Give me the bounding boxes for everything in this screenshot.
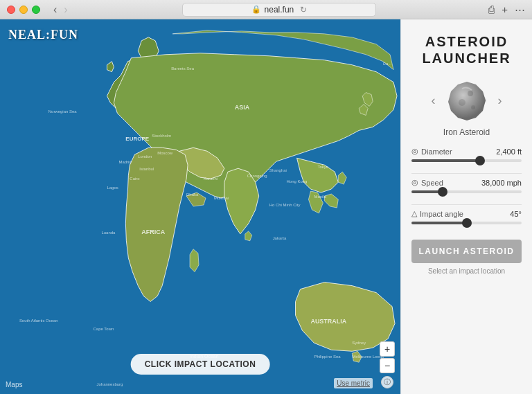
diameter-value: 2,400 ft	[496, 147, 522, 156]
svg-text:Chongqing: Chongqing	[247, 174, 267, 178]
svg-point-35	[471, 105, 475, 109]
svg-text:Jakarta: Jakarta	[273, 236, 287, 240]
zoom-out-button[interactable]: −	[380, 358, 395, 373]
angle-thumb[interactable]	[462, 218, 472, 228]
address-bar[interactable]: 🔒 neal.fun ↻	[182, 3, 376, 17]
speed-section: ◎ Speed 38,000 mph	[411, 178, 522, 193]
world-map[interactable]: EUROPE ASIA AFRICA AUSTRALIA London Stoc…	[0, 19, 400, 394]
svg-text:Cape Town: Cape Town	[94, 327, 114, 331]
svg-text:Barents Sea: Barents Sea	[171, 66, 195, 71]
speed-separator	[411, 204, 522, 205]
diameter-track[interactable]	[411, 159, 522, 162]
share-button[interactable]: ⎙	[488, 3, 495, 15]
attribution-text: Maps	[6, 381, 22, 388]
speed-icon: ◎	[411, 178, 418, 187]
diameter-fill	[411, 159, 480, 162]
click-impact-button[interactable]: CLICK IMPACT LOCATION	[131, 354, 270, 375]
svg-text:South Atlantic Ocean: South Atlantic Ocean	[19, 319, 58, 323]
svg-text:AUSTRALIA: AUSTRALIA	[310, 318, 346, 325]
svg-point-33	[468, 91, 473, 96]
logo-text: NEAL:FUN	[8, 28, 78, 42]
asteroid-carousel: ‹	[411, 76, 522, 125]
svg-text:Ho Chi Minh City: Ho Chi Minh City	[269, 203, 301, 207]
svg-point-34	[459, 99, 466, 106]
svg-text:Mumbai: Mumbai	[214, 196, 229, 200]
svg-text:Hong Kong: Hong Kong	[287, 179, 308, 183]
map-attribution: Maps	[6, 381, 22, 388]
speed-track[interactable]	[411, 190, 522, 193]
info-button[interactable]: ⓘ	[381, 376, 393, 388]
back-button[interactable]: ‹	[51, 4, 59, 15]
svg-text:Cairo: Cairo	[130, 177, 140, 181]
new-tab-button[interactable]: +	[502, 3, 508, 15]
prev-asteroid-button[interactable]: ‹	[428, 91, 439, 110]
neal-fun-logo[interactable]: NEAL:FUN	[8, 28, 78, 42]
click-impact-label: CLICK IMPACT LOCATION	[145, 359, 256, 369]
minimize-button[interactable]	[19, 6, 28, 14]
use-metric-text: Use metric	[337, 379, 370, 387]
svg-text:Madrid: Madrid	[118, 160, 131, 164]
svg-text:AFRICA: AFRICA	[141, 229, 165, 235]
speed-label: ◎ Speed	[411, 178, 443, 187]
close-button[interactable]	[7, 6, 15, 14]
asteroid-name: Iron Asteroid	[443, 127, 490, 137]
speed-value: 38,000 mph	[481, 179, 522, 187]
asteroid-image	[443, 76, 491, 125]
svg-text:Ea...: Ea...	[383, 62, 392, 66]
svg-text:EUROPE: EUROPE	[125, 136, 149, 142]
svg-text:ASIA: ASIA	[235, 104, 250, 111]
angle-track[interactable]	[411, 222, 522, 224]
angle-icon: △	[411, 209, 417, 218]
svg-text:Lagos: Lagos	[107, 186, 118, 190]
svg-text:London: London	[138, 154, 152, 159]
svg-text:Luanda: Luanda	[101, 231, 116, 235]
angle-value: 45°	[510, 210, 522, 218]
url-text: neal.fun	[265, 5, 294, 15]
svg-text:Tokyo: Tokyo	[317, 165, 328, 169]
traffic-lights	[7, 6, 40, 14]
reload-icon[interactable]: ↻	[300, 5, 307, 15]
main-content: EUROPE ASIA AFRICA AUSTRALIA London Stoc…	[0, 19, 532, 394]
diameter-separator	[411, 173, 522, 174]
browser-actions: ⎙ + ⋯	[488, 3, 525, 16]
svg-text:Shanghai: Shanghai	[269, 168, 287, 172]
angle-label: △ Impact angle	[411, 209, 463, 218]
next-asteroid-button[interactable]: ›	[495, 91, 506, 110]
svg-text:Stockholm: Stockholm	[152, 134, 171, 138]
launch-hint: Select an impact location	[428, 267, 505, 275]
diameter-section: ◎ Diameter 2,400 ft	[411, 147, 522, 162]
browser-chrome: ‹ › 🔒 neal.fun ↻ ⎙ + ⋯	[0, 0, 532, 19]
extensions-button[interactable]: ⋯	[515, 3, 525, 16]
panel-title: ASTEROID LAUNCHER	[422, 33, 511, 66]
diameter-label: ◎ Diameter	[411, 147, 452, 156]
svg-text:Karachi: Karachi	[204, 177, 218, 181]
svg-text:Dhaka: Dhaka	[186, 192, 199, 197]
launch-asteroid-button[interactable]: LAUNCH ASTEROID	[411, 240, 522, 263]
svg-text:Johannesburg: Johannesburg	[97, 382, 123, 386]
angle-fill	[411, 222, 467, 224]
info-icon: ⓘ	[384, 377, 391, 387]
angle-section: △ Impact angle 45°	[411, 209, 522, 224]
lock-icon: 🔒	[251, 5, 261, 14]
svg-text:Moscow: Moscow	[157, 151, 173, 155]
launch-btn-label: LAUNCH ASTEROID	[418, 247, 514, 256]
svg-text:Istanbul: Istanbul	[139, 167, 154, 171]
forward-button[interactable]: ›	[62, 4, 69, 15]
diameter-thumb[interactable]	[475, 156, 485, 165]
svg-text:Manila: Manila	[314, 195, 326, 199]
angle-header: △ Impact angle 45°	[411, 209, 522, 218]
panel-title-line2: LAUNCHER	[422, 50, 511, 66]
speed-thumb[interactable]	[438, 187, 447, 197]
diameter-header: ◎ Diameter 2,400 ft	[411, 147, 522, 156]
svg-text:Philippine Sea: Philippine Sea	[314, 355, 341, 359]
maximize-button[interactable]	[32, 6, 40, 14]
map-area[interactable]: EUROPE ASIA AFRICA AUSTRALIA London Stoc…	[0, 19, 400, 394]
zoom-in-button[interactable]: +	[380, 341, 395, 357]
address-bar-wrap: 🔒 neal.fun ↻	[76, 3, 484, 17]
use-metric-link[interactable]: Use metric	[334, 378, 373, 388]
panel-title-line1: ASTEROID	[422, 33, 511, 50]
diameter-icon: ◎	[411, 147, 418, 156]
right-panel: ASTEROID LAUNCHER ‹	[400, 19, 532, 394]
browser-nav: ‹ ›	[51, 4, 70, 15]
map-zoom-controls: + −	[380, 341, 395, 373]
